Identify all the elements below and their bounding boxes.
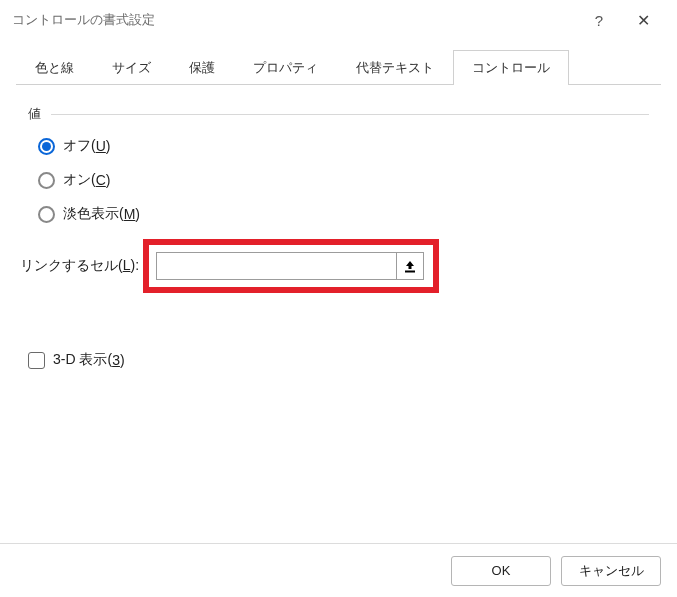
control-panel: 値 オフ(U) オン(C) 淡色表示(M) リンクするセル(L):	[0, 85, 677, 369]
svg-rect-0	[405, 271, 415, 273]
collapse-icon	[404, 259, 416, 273]
radio-off-indicator	[38, 138, 55, 155]
radio-mixed-indicator	[38, 206, 55, 223]
tab-control[interactable]: コントロール	[453, 50, 569, 85]
tab-size[interactable]: サイズ	[93, 50, 170, 85]
cancel-button[interactable]: キャンセル	[561, 556, 661, 586]
threed-checkbox[interactable]	[28, 352, 45, 369]
help-button[interactable]: ?	[577, 0, 621, 40]
radio-mixed[interactable]: 淡色表示(M)	[38, 205, 649, 223]
radio-on-indicator	[38, 172, 55, 189]
linkcell-input[interactable]	[156, 252, 396, 280]
tab-colors-lines[interactable]: 色と線	[16, 50, 93, 85]
highlight-box	[143, 239, 439, 293]
tab-protection[interactable]: 保護	[170, 50, 234, 85]
tab-alt-text[interactable]: 代替テキスト	[337, 50, 453, 85]
value-group-header: 値	[28, 105, 649, 123]
tab-properties[interactable]: プロパティ	[234, 50, 337, 85]
dialog-footer: OK キャンセル	[0, 543, 677, 597]
collapse-dialog-button[interactable]	[396, 252, 424, 280]
close-icon: ✕	[637, 11, 650, 30]
close-button[interactable]: ✕	[621, 0, 665, 40]
window-title: コントロールの書式設定	[12, 11, 155, 29]
ok-button[interactable]: OK	[451, 556, 551, 586]
linkcell-label: リンクするセル(L):	[20, 257, 139, 275]
radio-off[interactable]: オフ(U)	[38, 137, 649, 155]
value-group-label: 値	[28, 105, 41, 123]
threed-checkbox-row[interactable]: 3-D 表示(3)	[28, 351, 649, 369]
radio-on[interactable]: オン(C)	[38, 171, 649, 189]
tabstrip: 色と線 サイズ 保護 プロパティ 代替テキスト コントロール	[16, 50, 661, 85]
titlebar: コントロールの書式設定 ? ✕	[0, 0, 677, 40]
